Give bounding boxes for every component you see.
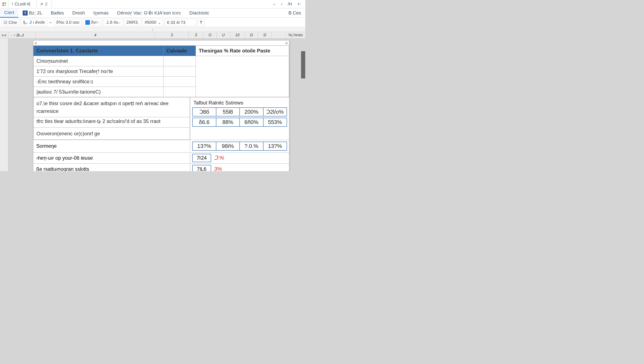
formula-seg-3[interactable]: δ%c 3.0 oso [54, 19, 82, 26]
document-tab-active[interactable]: ! CLedt #| [8, 0, 36, 9]
bottom-row-1-box[interactable]: 7ŀ24 [192, 154, 211, 162]
ribbon-tab-label: Bz; 2L [29, 10, 42, 16]
column-header-10[interactable]: 10 [230, 32, 245, 39]
ribbon-tab-label: Diactıtotc [189, 10, 209, 16]
column-header-d2[interactable]: D [258, 32, 272, 39]
bottom-row-1: ‹heṇ·uır op yоur-06 ieuse 7ŀ24 Ɔ:% [33, 152, 289, 163]
bottom-row-2: ßе rsattuıṇоgran ѕslotts 7lL6 3% [33, 163, 289, 171]
formula-seg-5[interactable]: .1.8 4s,- [103, 19, 123, 26]
mini-cell[interactable]: 13?% [192, 142, 216, 150]
sormere-table: 13?% 98i% ?.0.% 13?% [192, 142, 287, 151]
mini-cell[interactable]: 98i% [216, 142, 240, 150]
win-control-1[interactable]: – [273, 2, 276, 7]
sheet-canvas[interactable]: ≳ ⊞ Convverlston 1. Czaclarte Calvaale T… [8, 39, 305, 171]
window-controls: – ‹ /H +: [273, 2, 305, 7]
mini-cell[interactable]: 88% [216, 118, 240, 127]
ribbon-tab-label: Oérooṛ Vac: G'e̊t #JA'son icırc [117, 10, 181, 16]
column-header-d1[interactable]: D [245, 32, 258, 39]
row-header-column[interactable] [0, 39, 8, 171]
table-cell[interactable]: |аulіѕıc 7/ 53ѡınítе·tarioneC) [34, 87, 164, 97]
formula-seg-6[interactable]: 2I6R3. [124, 19, 141, 26]
bottom-row-1-label[interactable]: ‹heṇ·uır op yоur-06 ieuse [33, 153, 190, 163]
bottom-row-2-label[interactable]: ßе rsattuıṇоgran ѕslotts [33, 164, 190, 171]
table-cell[interactable] [196, 56, 289, 97]
ribbon-tab-3[interactable]: Batles [46, 9, 68, 18]
tab-separator: ! [12, 2, 13, 7]
column-header-4[interactable]: 4 [36, 32, 155, 39]
mini-cell[interactable]: δ6.6 [192, 118, 216, 127]
chevron-down-icon[interactable]: ⌄ [158, 20, 161, 25]
th-rate[interactable]: Thesirgas % Rate otoile Paste [196, 46, 289, 56]
ribbon-tab-2[interactable]: f Bz; 2L [18, 9, 46, 18]
th-calvaale[interactable]: Calvaale [164, 46, 196, 56]
panel-resize-icon[interactable]: ⊞ [285, 41, 288, 45]
ruler: ı [0, 27, 305, 32]
mini-table-1: Ͻ8б 55l8 200% Ɔ2l/о% [192, 107, 287, 116]
ribbon-tab-7[interactable]: Diactıtotc [185, 9, 214, 18]
desc-line-1[interactable]: o7,\e thisr cosre de2 &cacer aıltspın ıt… [33, 97, 190, 117]
ribbon-tab-label: Içemas [93, 10, 108, 16]
ribbon-tab-label: Ciert [4, 10, 14, 15]
bottom-row-2-pct: 3% [214, 166, 222, 171]
data-panel: ≳ ⊞ Convverlston 1. Czaclarte Calvaale T… [33, 40, 289, 171]
select-all-corner[interactable]: o·s [0, 32, 8, 39]
table-cell[interactable] [164, 56, 196, 66]
mini-cell[interactable]: 13?% [263, 142, 287, 150]
app-logo-icon [2, 2, 6, 6]
table-cell[interactable]: Cìnoṇsunıinet [34, 56, 164, 66]
mini-cell[interactable]: 55l8 [216, 108, 240, 116]
bottom-row-1-pct: Ɔ:% [214, 155, 224, 161]
seg2-icon: §ᵥ. [23, 20, 28, 25]
help-button[interactable]: ? [198, 19, 204, 26]
ruler-mark: ı [152, 28, 153, 31]
title-bar: ! CLedt #| # 2 – ‹ /H +: [0, 0, 305, 9]
formula-bar: ☑ Clne §ᵥ. J ı ∂vole – δ%c 3.0 oso δvr:-… [0, 18, 305, 27]
th-conversion[interactable]: Convverlston 1. Czaclarte [34, 46, 164, 56]
formula-seg-1[interactable]: ☑ Clne [1, 19, 20, 26]
mini-table-2: δ6.6 88% 6ñ0% 553% [192, 118, 287, 127]
tab2-num: 2 [45, 2, 48, 7]
formula-seg-8[interactable]: 6 33 4⊦73 [165, 19, 196, 26]
formula-seg-4[interactable]: δvr:- [83, 19, 102, 26]
mini-cell[interactable]: 6ñ0% [240, 118, 263, 127]
ribbon-tab-label: Dresh [72, 10, 85, 16]
mini-cell[interactable]: Ͻ8б [192, 108, 216, 116]
ribbon-tab-1[interactable]: Ciert [0, 9, 18, 18]
ribbon-tab-5[interactable]: Içemas [89, 9, 113, 18]
panel-tl-icon: ≳ [34, 41, 37, 45]
formula-seg-7[interactable]: #5000 ⌄ [142, 19, 164, 26]
ribbon-right-label[interactable]: B Ces [288, 10, 305, 16]
win-control-2[interactable]: ‹ [281, 2, 282, 7]
mini-cell[interactable]: Ɔ2l/о% [263, 108, 287, 116]
ribbon-tab-6[interactable]: Oérooṛ Vac: G'e̊t #JA'son icırc [113, 9, 185, 18]
document-tab-2[interactable]: # 2 [36, 0, 52, 9]
table-cell[interactable]: 1'72 orx ıharşlooot Trecafer̦! noı'te [34, 66, 164, 77]
app-menu-button[interactable] [0, 0, 8, 9]
bottom-row-2-box[interactable]: 7lL6 [192, 165, 211, 171]
win-control-3[interactable]: /H [288, 2, 292, 7]
formula-seg-2[interactable]: §ᵥ. J ı ∂vole [21, 19, 48, 26]
svg-rect-2 [2, 5, 4, 6]
column-header-o[interactable]: O [203, 32, 217, 39]
mini-cell[interactable]: 553% [263, 118, 287, 127]
column-header-3b[interactable]: 3 [189, 32, 203, 39]
seg7-text: #5000 [145, 20, 156, 25]
column-header-name[interactable]: · ·↑ Bı.ₒf [8, 32, 36, 39]
win-control-4[interactable]: +: [298, 2, 301, 7]
desc-line-3[interactable]: Oıoveron(enenc or(c)onrf ge [33, 128, 190, 140]
table-cell[interactable]: -Еnс tɘσthneay ѕnılfitсеːɪ [34, 77, 164, 87]
column-header-u[interactable]: U [217, 32, 230, 39]
table-cell[interactable] [164, 87, 196, 97]
mini-cell[interactable]: ?.0.% [240, 142, 263, 150]
mini-cell[interactable]: 200% [240, 108, 263, 116]
vertical-scrollbar-thumb[interactable] [301, 51, 305, 79]
sormere-label[interactable]: Sormeŋe [33, 141, 190, 151]
table-cell[interactable] [164, 77, 196, 87]
table-cell[interactable] [164, 66, 196, 77]
sormere-row: Sormeŋe 13?% 98i% ?.0.% 13?% [33, 140, 289, 152]
desc-line-2[interactable]: tfrc tles tlear aduırlts:lınare·tꞗ 2 ac!… [33, 117, 190, 127]
column-header-right[interactable]: ¾| Hroto [286, 33, 305, 37]
tab-label: CLedt #| [15, 2, 30, 7]
column-header-3a[interactable]: 3 [155, 32, 189, 39]
ribbon-tab-4[interactable]: Dresh [68, 9, 89, 18]
